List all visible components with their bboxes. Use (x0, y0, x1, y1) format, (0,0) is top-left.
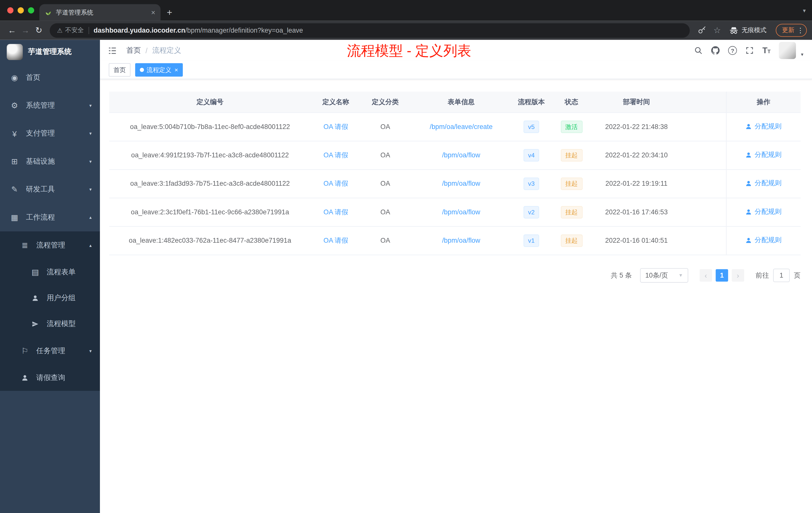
update-button[interactable]: 更新 ⋮ (776, 24, 807, 37)
browser-tab[interactable]: 芋道管理系统 × (39, 4, 161, 21)
sidebar-item-infrastructure[interactable]: ⊞ 基础设施 ▾ (0, 148, 100, 175)
col-status: 状态 (550, 92, 593, 113)
definition-category: OA (380, 237, 390, 244)
sidebar-item-label: 流程表单 (47, 268, 76, 277)
dashboard-icon: ◉ (9, 73, 20, 82)
sidebar-item-label: 请假查询 (36, 373, 65, 383)
col-definition-name: 定义名称 (311, 92, 361, 113)
zoom-window-button[interactable] (28, 7, 34, 13)
github-icon[interactable] (711, 46, 720, 55)
password-key-icon[interactable] (697, 26, 706, 35)
breadcrumb-home[interactable]: 首页 (126, 46, 141, 55)
version-tag: v5 (523, 120, 539, 133)
sidebar-toggle-icon[interactable] (108, 46, 117, 55)
sidebar-item-task-mgmt[interactable]: ⚐ 任务管理 ▾ (0, 337, 100, 365)
next-page-button[interactable]: › (732, 269, 744, 281)
reload-button[interactable]: ↻ (32, 25, 46, 35)
security-label[interactable]: 不安全 (65, 26, 84, 35)
page-number-button[interactable]: 1 (716, 269, 728, 281)
form-icon: ▤ (30, 268, 40, 277)
sidebar-item-workflow[interactable]: ▦ 工作流程 ▴ (0, 204, 100, 232)
sidebar-item-payment[interactable]: ¥ 支付管理 ▾ (0, 119, 100, 147)
tab-close-icon[interactable]: × (151, 9, 155, 16)
form-info-link[interactable]: /bpm/oa/flow (442, 208, 480, 216)
tag-label: 首页 (114, 65, 126, 74)
table-row: oa_leave:5:004b710b-7b8a-11ec-8ef0-acde4… (109, 113, 801, 141)
avatar[interactable] (779, 42, 796, 59)
sidebar-item-leave-query[interactable]: 请假查询 (0, 365, 100, 391)
assign-rule-link[interactable]: 分配规则 (745, 150, 781, 160)
prev-page-button[interactable]: ‹ (699, 269, 712, 281)
form-info-link[interactable]: /bpm/oa/flow (442, 151, 480, 159)
status-badge: 挂起 (561, 177, 582, 190)
font-size-icon[interactable]: TT (762, 47, 771, 55)
assign-rule-link[interactable]: 分配规则 (745, 207, 781, 217)
incognito-icon (729, 26, 738, 35)
table-row: oa_leave:4:991f2193-7b7f-11ec-a3c8-acde4… (109, 141, 801, 169)
sidebar: 芋道管理系统 ◉ 首页 ⚙ 系统管理 ▾ ¥ 支付管理 ▾ ⊞ 基础设施 ▾ (0, 40, 100, 513)
sidebar-item-dev-tools[interactable]: ✎ 研发工具 ▾ (0, 175, 100, 203)
deploy-time: 2022-01-16 01:40:51 (605, 237, 668, 244)
definition-name-link[interactable]: OA 请假 (323, 122, 348, 130)
warning-icon: ⚠ (57, 27, 62, 34)
tag-label: 流程定义 (147, 65, 172, 74)
table-body: oa_leave:5:004b710b-7b8a-11ec-8ef0-acde4… (109, 113, 801, 255)
tag-home[interactable]: 首页 (109, 63, 130, 77)
goto-label: 前往 (755, 271, 769, 280)
page-size-select[interactable]: 10条/页 ▼ (640, 268, 688, 282)
bookmark-star-icon[interactable]: ☆ (713, 25, 721, 35)
app-title: 芋道管理系统 (28, 47, 71, 57)
page-header: 首页 / 流程定义 流程模型 - 定义列表 ? (100, 40, 812, 61)
tag-process-definition[interactable]: 流程定义 × (135, 63, 183, 77)
sidebar-item-user-group[interactable]: 用户分组 (0, 285, 100, 311)
close-window-button[interactable] (7, 7, 13, 13)
status-badge: 激活 (561, 120, 582, 133)
app-logo[interactable]: 芋道管理系统 (0, 40, 100, 64)
workflow-submenu: ≣ 流程管理 ▴ ▤ 流程表单 用户分组 (0, 232, 100, 391)
annotation-title: 流程模型 - 定义列表 (347, 41, 471, 60)
sidebar-item-process-mgmt[interactable]: ≣ 流程管理 ▴ (0, 232, 100, 259)
goto-page-input[interactable] (773, 268, 790, 282)
definition-name-link[interactable]: OA 请假 (323, 151, 348, 159)
assign-rule-link[interactable]: 分配规则 (745, 236, 781, 245)
status-badge: 挂起 (561, 234, 582, 247)
assign-rule-link[interactable]: 分配规则 (745, 122, 781, 131)
chevron-down-icon: ▾ (89, 187, 92, 192)
chevron-down-icon: ▾ (89, 159, 92, 164)
user-icon (745, 152, 752, 158)
definition-id: oa_leave:3:1fad3d93-7b75-11ec-a3c8-acde4… (130, 180, 290, 187)
search-icon[interactable] (694, 46, 703, 55)
definition-name-link[interactable]: OA 请假 (323, 236, 348, 244)
sidebar-item-process-model[interactable]: 流程模型 (0, 311, 100, 337)
sidebar-item-system[interactable]: ⚙ 系统管理 ▾ (0, 92, 100, 119)
page-unit-label: 页 (794, 271, 801, 280)
sidebar-item-process-form[interactable]: ▤ 流程表单 (0, 259, 100, 285)
assign-rule-link[interactable]: 分配规则 (745, 179, 781, 188)
address-bar[interactable]: ⚠ 不安全 dashboard.yudao.iocoder.cn/bpm/man… (50, 23, 690, 38)
back-button[interactable]: ← (5, 26, 19, 35)
window-controls (7, 7, 34, 13)
deploy-time: 2022-01-22 19:19:11 (605, 180, 667, 187)
chevron-up-icon: ▴ (89, 243, 92, 248)
fullscreen-icon[interactable] (745, 46, 754, 55)
definition-name-link[interactable]: OA 请假 (323, 208, 348, 216)
new-tab-button[interactable]: + (167, 8, 172, 17)
definition-id: oa_leave:2:3c1f0ef1-76b1-11ec-9c66-a2380… (131, 208, 289, 216)
forward-button[interactable]: → (19, 26, 32, 35)
assign-rule-label: 分配规则 (755, 122, 782, 131)
tab-search-chevron-icon[interactable]: ▾ (803, 7, 806, 14)
more-menu-icon[interactable]: ⋮ (797, 26, 804, 34)
header-actions: ? TT ▼ (694, 42, 804, 59)
form-info-link[interactable]: /bpm/oa/flow (442, 180, 480, 187)
minimize-window-button[interactable] (18, 7, 24, 13)
definition-name-link[interactable]: OA 请假 (323, 179, 348, 187)
form-info-link[interactable]: /bpm/oa/flow (442, 237, 480, 244)
user-icon (745, 180, 752, 187)
definition-id: oa_leave:1:482ec033-762a-11ec-8477-a2380… (129, 237, 291, 244)
sidebar-item-home[interactable]: ◉ 首页 (0, 64, 100, 92)
avatar-caret-icon[interactable]: ▼ (800, 52, 804, 57)
tag-close-icon[interactable]: × (174, 67, 178, 73)
flag-icon: ⚐ (20, 346, 30, 356)
form-info-link[interactable]: /bpm/oa/leave/create (430, 123, 492, 130)
help-icon[interactable]: ? (728, 46, 737, 55)
